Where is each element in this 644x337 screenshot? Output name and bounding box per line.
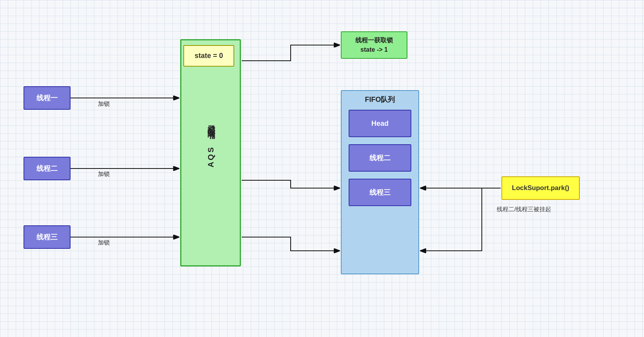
- diagram-canvas: 线程一 线程二 线程三 AQS队列同步器 state = 0 线程一获取锁 st…: [0, 0, 644, 337]
- thread-box-2: 线程二: [24, 157, 71, 180]
- lock-support-box: LockSuport.park(): [501, 176, 580, 200]
- arrows-svg: [0, 0, 644, 337]
- lock-label-1: 加锁: [98, 100, 110, 108]
- thread-box-3: 线程三: [24, 225, 71, 249]
- result-box: 线程一获取锁 state -> 1: [341, 31, 407, 59]
- fifo-item-thread2: 线程二: [349, 144, 411, 172]
- lock-label-2: 加锁: [98, 170, 110, 178]
- fifo-item-head: Head: [349, 110, 411, 137]
- fifo-item-thread3: 线程三: [349, 179, 411, 206]
- aqs-block: AQS队列同步器: [180, 39, 241, 266]
- lock-label-3: 加锁: [98, 239, 110, 246]
- thread-box-1: 线程一: [24, 86, 71, 110]
- state-box: state = 0: [183, 45, 234, 67]
- park-label: 线程二/线程三被挂起: [497, 206, 551, 213]
- fifo-title: FIFO队列: [365, 95, 395, 104]
- aqs-label: AQS队列同步器: [205, 138, 216, 167]
- fifo-block: FIFO队列 Head 线程二 线程三: [341, 90, 419, 274]
